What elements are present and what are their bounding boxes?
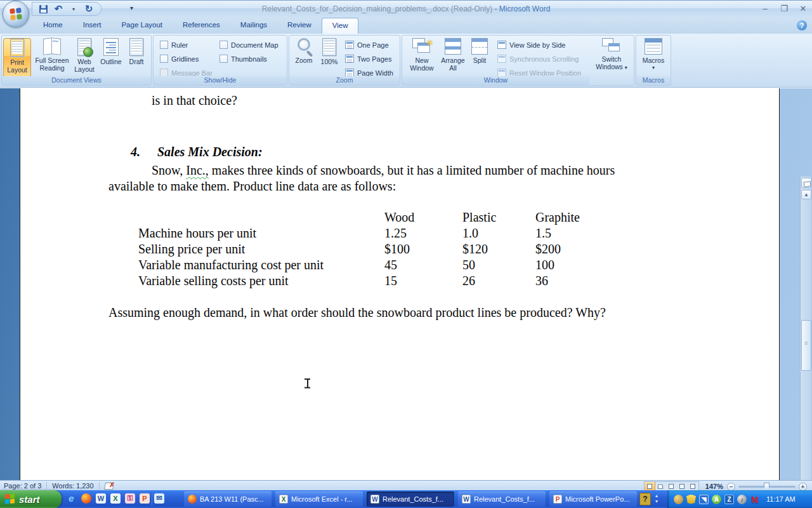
title-bar: ↶ ▾ ↻ ▾ Relevant_Costs_for_Decision_maki…: [0, 0, 812, 18]
help-icon[interactable]: ?: [797, 20, 807, 30]
macros-dropdown-icon: ▾: [639, 64, 668, 72]
excel-quicklaunch-icon[interactable]: X: [110, 493, 121, 504]
ruler-checkbox[interactable]: [160, 41, 168, 49]
view-side-by-side-icon: [497, 41, 506, 49]
switch-windows-button[interactable]: Switch Windows ▾: [593, 38, 631, 77]
two-pages-icon: [345, 55, 354, 63]
zoom-out-button[interactable]: –: [727, 483, 735, 491]
document-map-checkbox-row[interactable]: Document Map: [219, 41, 278, 49]
doc-para-c: makes three kinds of snowboards, but it …: [209, 163, 615, 177]
tab-review[interactable]: Review: [277, 18, 322, 34]
show-hidden-icons-icon[interactable]: ▴▾: [655, 493, 658, 504]
tab-home[interactable]: Home: [33, 18, 73, 34]
view-side-by-side-button[interactable]: View Side by Side: [497, 41, 565, 49]
vertical-scrollbar[interactable]: ▲ ▼ ⏶ ● ⏷: [800, 177, 811, 508]
gridlines-checkbox-row[interactable]: Gridlines: [160, 55, 199, 63]
ruler-checkbox-row[interactable]: Ruler: [160, 41, 188, 49]
draft-view-button[interactable]: [688, 482, 698, 491]
tray-z-icon[interactable]: Z: [724, 495, 734, 504]
thumbnails-checkbox[interactable]: [219, 55, 228, 63]
tab-insert[interactable]: Insert: [73, 18, 112, 34]
minimize-button[interactable]: –: [760, 4, 770, 13]
document-title: Relevant_Costs_for_Decision_making_probl…: [262, 4, 493, 13]
table-row: Machine hours per unit 1.25 1.0 1.5: [138, 226, 256, 241]
taskbar-button-word-active[interactable]: W Relevant_Costs_f...: [367, 491, 454, 507]
powerpoint-quicklaunch-icon[interactable]: P: [140, 493, 150, 504]
thumbnails-checkbox-row[interactable]: Thumbnails: [219, 55, 267, 63]
row-label: Machine hours per unit: [138, 226, 256, 240]
word-application-window: ↶ ▾ ↻ ▾ Relevant_Costs_for_Decision_maki…: [0, 0, 812, 508]
scroll-up-icon[interactable]: ▲: [801, 190, 811, 199]
taskbar-button-powerpoint[interactable]: P Microsoft PowerPo...: [549, 491, 637, 507]
zoom-percentage[interactable]: 147%: [705, 483, 723, 490]
document-map-checkbox[interactable]: [219, 41, 228, 49]
switch-windows-icon: [602, 38, 621, 53]
tray-shield-icon[interactable]: [686, 495, 696, 504]
zoom-button[interactable]: Zoom: [292, 38, 316, 77]
taskbar-button-word-2[interactable]: W Relevant_Costs_f...: [458, 491, 546, 507]
start-button[interactable]: start: [0, 490, 62, 508]
draft-button[interactable]: Draft: [124, 38, 149, 77]
proofing-errors-icon[interactable]: [105, 482, 114, 490]
close-button[interactable]: ✕: [798, 4, 808, 13]
ruler-label: Ruler: [171, 41, 188, 49]
new-window-button[interactable]: ✳ New Window: [407, 38, 436, 77]
tray-clock[interactable]: 11:17 AM: [766, 495, 796, 503]
tray-volume-icon[interactable]: ♪: [737, 495, 747, 504]
two-pages-button[interactable]: Two Pages: [345, 55, 391, 63]
task-buttons: BA 213 W11 (Pasc... X Microsoft Excel - …: [184, 491, 637, 507]
tray-globe-icon[interactable]: [674, 495, 683, 504]
tray-novell-icon[interactable]: N: [750, 495, 759, 504]
gridlines-checkbox[interactable]: [160, 55, 168, 63]
internet-explorer-icon[interactable]: e: [66, 492, 77, 504]
word-count[interactable]: Words: 1,230: [52, 482, 93, 490]
word-quicklaunch-icon[interactable]: W: [96, 493, 106, 504]
view-ruler-toggle-icon[interactable]: [801, 178, 811, 188]
key-icon[interactable]: ⚿: [125, 493, 135, 504]
page-indicator[interactable]: Page: 2 of 3: [4, 482, 41, 490]
firefox-icon[interactable]: [81, 493, 91, 504]
web-layout-button[interactable]: Web Layout: [70, 38, 98, 77]
outline-button[interactable]: Outline: [97, 38, 125, 77]
zoom-100-button[interactable]: 100%: [317, 38, 341, 77]
help-tray-icon[interactable]: ?: [639, 493, 651, 505]
tab-references[interactable]: References: [173, 18, 230, 34]
tab-mailings[interactable]: Mailings: [230, 18, 277, 34]
tray-network-icon[interactable]: ◥: [699, 495, 709, 504]
taskbar-button-firefox[interactable]: BA 213 W11 (Pasc...: [184, 491, 272, 507]
tab-view[interactable]: View: [322, 18, 359, 34]
full-screen-view-button[interactable]: [655, 482, 666, 491]
zoom-in-button[interactable]: +: [799, 483, 807, 491]
doc-heading-number: 4.: [131, 145, 140, 159]
restore-button[interactable]: ❐: [779, 4, 789, 13]
document-page[interactable]: - - ‐ - ‐ is in that choice? 4. Sales Mi…: [20, 88, 780, 480]
tray-antivirus-icon[interactable]: A: [712, 495, 721, 504]
row-label: Variable selling costs per unit: [138, 274, 289, 288]
new-window-icon: ✳: [412, 38, 431, 55]
row-value: $120: [462, 242, 488, 257]
print-layout-view-button[interactable]: [645, 482, 655, 491]
outline-view-button[interactable]: [677, 482, 688, 491]
group-caption-document-views: Document Views: [2, 76, 151, 85]
zoom-slider-thumb[interactable]: [764, 483, 769, 490]
macros-button[interactable]: Macros ▾: [639, 38, 668, 77]
tab-page-layout[interactable]: Page Layout: [111, 18, 173, 34]
zoom-slider-track[interactable]: [738, 486, 796, 488]
full-screen-reading-button[interactable]: Full Screen Reading: [32, 38, 72, 77]
split-button[interactable]: Split: [468, 38, 491, 77]
outlook-icon[interactable]: ✉: [154, 493, 164, 504]
scrollbar-thumb[interactable]: [801, 320, 811, 371]
doc-heading-text: Sales Mix Decision:: [157, 145, 263, 159]
print-layout-button[interactable]: Print Layout: [3, 38, 31, 77]
split-icon: [471, 38, 488, 55]
ribbon: Print Layout Full Screen Reading Web Lay…: [0, 34, 812, 88]
office-button[interactable]: [3, 1, 29, 27]
arrange-all-label: Arrange All: [441, 57, 464, 72]
powerpoint-task-icon: P: [553, 495, 562, 504]
one-page-button[interactable]: One Page: [345, 41, 389, 49]
row-value: 15: [384, 274, 397, 288]
taskbar-button-excel[interactable]: X Microsoft Excel - r...: [275, 491, 363, 507]
arrange-all-button[interactable]: Arrange All: [438, 38, 468, 77]
web-layout-view-button[interactable]: [666, 482, 677, 491]
document-map-label: Document Map: [231, 41, 278, 49]
